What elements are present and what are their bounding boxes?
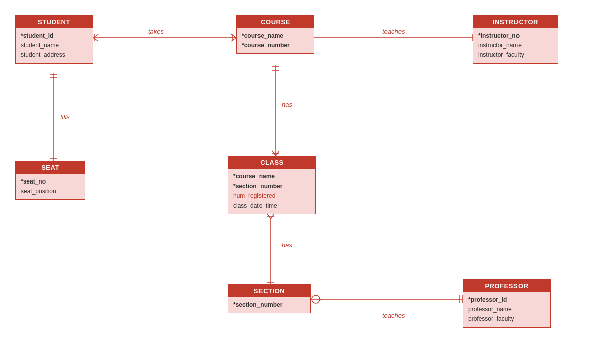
label-fills: fills <box>60 113 70 121</box>
entity-course-body: *course_name *course_number <box>237 28 314 53</box>
svg-line-2 <box>93 38 98 41</box>
entity-course: COURSE *course_name *course_number <box>236 15 314 54</box>
seat-field-position: seat_position <box>21 187 80 196</box>
instructor-field-faculty: instructor_faculty <box>478 50 553 60</box>
instructor-field-name: instructor_name <box>478 41 553 50</box>
entity-class-header: CLASS <box>228 156 315 169</box>
entity-seat-header: SEAT <box>16 161 85 174</box>
entity-seat-body: *seat_no seat_position <box>16 174 85 199</box>
svg-line-26 <box>271 214 274 219</box>
label-has-class-section: has <box>282 241 292 249</box>
entity-section-body: *section_number <box>228 297 310 313</box>
instructor-field-no: *instructor_no <box>478 31 553 41</box>
entity-class-body: *course_name *section_number num_registe… <box>228 169 315 214</box>
label-teaches-professor: teaches <box>382 312 405 319</box>
class-field-course-name: *course_name <box>233 172 310 181</box>
entity-section: SECTION *section_number <box>228 284 311 313</box>
entity-professor: PROFESSOR *professor_id professor_name p… <box>463 279 551 328</box>
svg-line-22 <box>276 151 279 156</box>
label-has-course-class: has <box>282 101 292 108</box>
professor-field-faculty: professor_faculty <box>468 314 545 324</box>
professor-field-name: professor_name <box>468 305 545 314</box>
svg-line-1 <box>93 34 98 38</box>
svg-line-25 <box>267 214 271 219</box>
entity-student: STUDENT *student_id student_name student… <box>15 15 93 64</box>
class-field-date-time: class_date_time <box>233 201 310 211</box>
label-takes: takes <box>148 28 164 35</box>
course-field-number: *course_number <box>242 41 309 50</box>
entity-student-header: STUDENT <box>16 16 93 28</box>
section-field-number: *section_number <box>233 300 305 310</box>
svg-line-4 <box>231 34 236 38</box>
entity-section-header: SECTION <box>228 285 310 297</box>
entity-seat: SEAT *seat_no seat_position <box>15 161 85 200</box>
student-field-id: *student_id <box>21 31 88 41</box>
seat-field-no: *seat_no <box>21 177 80 187</box>
student-field-address: student_address <box>21 50 88 60</box>
entity-instructor: INSTRUCTOR *instructor_no instructor_nam… <box>473 15 558 64</box>
svg-point-31 <box>312 295 320 303</box>
entity-professor-body: *professor_id professor_name professor_f… <box>463 292 550 327</box>
svg-line-21 <box>272 151 276 156</box>
label-teaches-instructor: teaches <box>382 28 405 35</box>
diagram-container: takes teaches fills has has teaches STUD… <box>0 0 604 364</box>
entity-instructor-header: INSTRUCTOR <box>473 16 558 28</box>
class-field-num-registered: num_registered <box>233 191 310 201</box>
svg-line-5 <box>231 38 236 41</box>
professor-field-id: *professor_id <box>468 295 545 305</box>
entity-class: CLASS *course_name *section_number num_r… <box>228 156 316 214</box>
entity-student-body: *student_id student_name student_address <box>16 28 93 63</box>
class-field-section-number: *section_number <box>233 181 310 191</box>
entity-professor-header: PROFESSOR <box>463 280 550 292</box>
entity-course-header: COURSE <box>237 16 314 28</box>
course-field-name: *course_name <box>242 31 309 41</box>
entity-instructor-body: *instructor_no instructor_name instructo… <box>473 28 558 63</box>
student-field-name: student_name <box>21 41 88 50</box>
